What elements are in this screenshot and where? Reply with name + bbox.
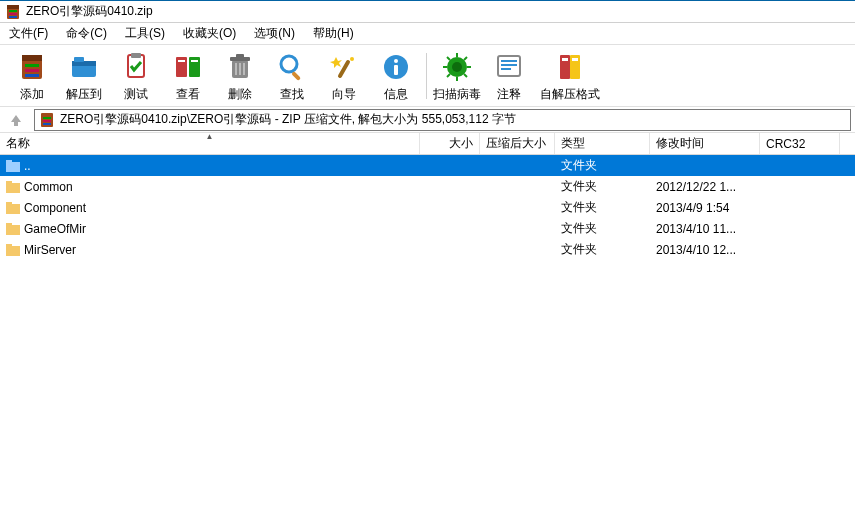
- svg-rect-60: [6, 225, 20, 235]
- file-list[interactable]: ..文件夹Common文件夹2012/12/22 1...Component文件…: [0, 155, 855, 529]
- cell-name: MirServer: [0, 243, 420, 257]
- virus-label: 扫描病毒: [433, 86, 481, 103]
- table-row[interactable]: Common文件夹2012/12/22 1...: [0, 176, 855, 197]
- file-name: Component: [24, 201, 86, 215]
- svg-rect-6: [22, 55, 42, 61]
- svg-rect-12: [74, 57, 84, 62]
- svg-line-41: [464, 57, 467, 60]
- svg-rect-9: [25, 74, 39, 77]
- toolbar-separator: [426, 53, 427, 99]
- titlebar: ZERO引擎源码0410.zip: [0, 1, 855, 23]
- cell-name: Common: [0, 180, 420, 194]
- cell-mtime: 2013/4/9 1:54: [650, 201, 760, 215]
- add-button[interactable]: 添加: [6, 49, 58, 105]
- menu-opt[interactable]: 选项(N): [245, 23, 304, 44]
- svg-rect-31: [394, 65, 398, 75]
- menu-fav[interactable]: 收藏夹(O): [174, 23, 245, 44]
- col-mtime[interactable]: 修改时间: [650, 133, 760, 154]
- svg-rect-44: [501, 64, 517, 66]
- svg-line-39: [464, 74, 467, 77]
- col-crc[interactable]: CRC32: [760, 133, 840, 154]
- col-csize[interactable]: 压缩后大小: [480, 133, 555, 154]
- file-name: ..: [24, 159, 31, 173]
- svg-rect-23: [239, 63, 241, 75]
- view-button[interactable]: 查看: [162, 49, 214, 105]
- svg-rect-62: [6, 246, 20, 256]
- folder-icon: [6, 202, 20, 214]
- file-name: Common: [24, 180, 73, 194]
- cell-type: 文件夹: [555, 199, 650, 216]
- file-name: GameOfMir: [24, 222, 86, 236]
- extract-label: 解压到: [66, 86, 102, 103]
- path-field[interactable]: ZERO引擎源码0410.zip\ZERO引擎源码 - ZIP 压缩文件, 解包…: [34, 109, 851, 131]
- menu-file[interactable]: 文件(F): [0, 23, 57, 44]
- svg-point-25: [281, 56, 297, 72]
- svg-point-28: [350, 57, 354, 61]
- svg-rect-59: [6, 202, 12, 205]
- svg-rect-43: [501, 60, 517, 62]
- svg-rect-48: [562, 58, 568, 61]
- svg-point-33: [452, 62, 462, 72]
- cell-mtime: 2013/4/10 12...: [650, 243, 760, 257]
- cell-type: 文件夹: [555, 178, 650, 195]
- svg-rect-57: [6, 181, 12, 184]
- svg-line-38: [447, 57, 450, 60]
- extract-button[interactable]: 解压到: [58, 49, 110, 105]
- virus-button[interactable]: 扫描病毒: [431, 49, 483, 105]
- svg-rect-24: [243, 63, 245, 75]
- svg-rect-52: [43, 120, 51, 122]
- menu-cmd[interactable]: 命令(C): [57, 23, 116, 44]
- virus-icon: [441, 51, 473, 83]
- column-header-row: ▲ 名称 大小 压缩后大小 类型 修改时间 CRC32: [0, 133, 855, 155]
- add-icon: [16, 51, 48, 83]
- comment-icon: [493, 51, 525, 83]
- svg-rect-55: [6, 160, 12, 163]
- cell-name: GameOfMir: [0, 222, 420, 236]
- delete-button[interactable]: 删除: [214, 49, 266, 105]
- svg-rect-17: [178, 60, 185, 62]
- find-icon: [276, 51, 308, 83]
- table-row[interactable]: Component文件夹2013/4/9 1:54: [0, 197, 855, 218]
- app-icon: [5, 4, 21, 20]
- info-icon: [380, 51, 412, 83]
- cell-name: Component: [0, 201, 420, 215]
- archive-icon: [39, 112, 55, 128]
- svg-rect-3: [9, 13, 17, 15]
- toolbar: 添加 解压到 测试: [0, 45, 855, 107]
- svg-rect-18: [191, 60, 198, 62]
- svg-rect-54: [6, 162, 20, 172]
- col-name[interactable]: ▲ 名称: [0, 133, 420, 154]
- svg-rect-8: [25, 69, 39, 72]
- table-row[interactable]: MirServer文件夹2013/4/10 12...: [0, 239, 855, 260]
- test-button[interactable]: 测试: [110, 49, 162, 105]
- sfx-button[interactable]: 自解压格式: [535, 49, 605, 105]
- up-button[interactable]: [4, 110, 28, 130]
- svg-rect-61: [6, 223, 12, 226]
- col-size[interactable]: 大小: [420, 133, 480, 154]
- sfx-label: 自解压格式: [540, 86, 600, 103]
- svg-rect-63: [6, 244, 12, 247]
- add-label: 添加: [20, 86, 44, 103]
- wizard-icon: [328, 51, 360, 83]
- svg-rect-4: [9, 16, 17, 18]
- folder-icon: [6, 244, 20, 256]
- svg-rect-51: [43, 117, 51, 119]
- svg-rect-7: [25, 64, 39, 67]
- find-button[interactable]: 查找: [266, 49, 318, 105]
- svg-rect-56: [6, 183, 20, 193]
- svg-rect-2: [9, 10, 17, 12]
- comment-button[interactable]: 注释: [483, 49, 535, 105]
- svg-rect-1: [7, 5, 19, 9]
- view-icon: [172, 51, 204, 83]
- cell-mtime: 2013/4/10 11...: [650, 222, 760, 236]
- col-type[interactable]: 类型: [555, 133, 650, 154]
- table-row[interactable]: ..文件夹: [0, 155, 855, 176]
- menu-help[interactable]: 帮助(H): [304, 23, 363, 44]
- comment-label: 注释: [497, 86, 521, 103]
- menu-tools[interactable]: 工具(S): [116, 23, 174, 44]
- info-button[interactable]: 信息: [370, 49, 422, 105]
- wizard-button[interactable]: 向导: [318, 49, 370, 105]
- table-row[interactable]: GameOfMir文件夹2013/4/10 11...: [0, 218, 855, 239]
- svg-rect-58: [6, 204, 20, 214]
- path-text: ZERO引擎源码0410.zip\ZERO引擎源码 - ZIP 压缩文件, 解包…: [60, 111, 516, 128]
